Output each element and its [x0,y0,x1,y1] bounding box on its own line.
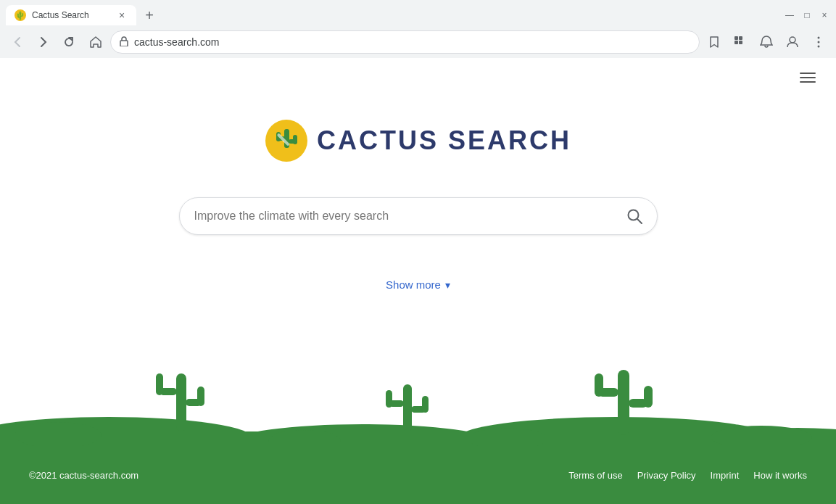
svg-point-9 [818,41,820,44]
menu-button[interactable] [807,30,830,54]
tab-favicon: 🌵 [15,9,26,21]
show-more-area: Show more ▾ [0,278,836,291]
notifications-button[interactable] [755,30,778,54]
hamburger-line-3 [800,81,816,83]
maximize-button[interactable]: □ [801,9,813,21]
svg-text:🌵: 🌵 [15,10,25,20]
lock-icon [120,36,128,49]
footer-copyright: ©2021 cactus-search.com [29,470,138,481]
svg-rect-6 [739,36,742,40]
bookmark-button[interactable] [703,30,726,54]
svg-rect-29 [197,387,204,406]
page-nav [0,58,836,97]
title-bar: 🌵 Cactus Search × + — □ × [0,0,836,26]
logo-icon [265,119,308,162]
page-content: CACTUS SEARCH Show more ▾ [0,58,836,504]
svg-rect-35 [618,370,629,435]
show-more-button[interactable]: Show more ▾ [386,278,450,291]
show-more-label: Show more [386,278,441,291]
logo-text: CACTUS SEARCH [317,125,571,156]
footer-link-how-it-works[interactable]: How it works [753,470,807,481]
tab-title: Cactus Search [32,10,110,20]
new-tab-button[interactable]: + [139,5,160,25]
svg-rect-39 [644,386,653,408]
browser-tab[interactable]: 🌵 Cactus Search × [6,5,136,25]
refresh-button[interactable] [58,30,81,54]
svg-point-8 [818,37,820,39]
extensions-button[interactable] [729,30,752,54]
browser-chrome: 🌵 Cactus Search × + — □ × [0,0,836,58]
svg-rect-4 [739,41,742,44]
search-button[interactable] [626,208,642,224]
footer-links: Terms of use Privacy Policy Imprint How … [568,470,807,481]
footer-link-terms[interactable]: Terms of use [568,470,622,481]
svg-line-19 [637,219,642,223]
svg-rect-5 [734,36,738,40]
footer-link-imprint[interactable]: Imprint [711,470,740,481]
svg-rect-30 [403,384,412,431]
svg-rect-16 [293,135,297,144]
footer: ©2021 cactus-search.com Terms of use Pri… [0,446,836,504]
svg-rect-32 [386,390,392,408]
browser-toolbar: cactus-search.com [0,26,836,58]
address-bar[interactable]: cactus-search.com [110,30,700,54]
chevron-down-icon: ▾ [445,279,450,291]
cactus-scene [0,344,836,446]
svg-rect-25 [176,373,186,431]
svg-rect-24 [0,431,836,446]
svg-point-10 [818,46,820,48]
forward-button[interactable] [32,30,55,54]
minimize-button[interactable]: — [784,9,795,21]
svg-rect-27 [156,373,163,395]
logo-area: CACTUS SEARCH [0,119,836,162]
profile-button[interactable] [781,30,804,54]
search-input[interactable] [194,210,626,223]
tab-close-button[interactable]: × [116,9,128,21]
svg-rect-34 [422,396,429,413]
home-button[interactable] [84,30,107,54]
tab-strip: 🌵 Cactus Search × + [6,5,160,25]
svg-rect-3 [734,41,738,44]
address-text: cactus-search.com [134,36,690,48]
window-controls: — □ × [784,9,830,21]
hamburger-line-2 [800,77,816,78]
toolbar-right [703,30,830,54]
search-box [179,197,658,235]
svg-rect-37 [595,373,603,397]
back-button[interactable] [6,30,29,54]
hamburger-line-1 [800,73,816,74]
search-icon [626,208,642,224]
close-window-button[interactable]: × [819,9,830,21]
svg-point-7 [790,37,795,43]
footer-link-privacy[interactable]: Privacy Policy [637,470,696,481]
search-area [0,197,836,235]
svg-rect-2 [120,41,128,46]
hamburger-menu-button[interactable] [797,70,819,86]
